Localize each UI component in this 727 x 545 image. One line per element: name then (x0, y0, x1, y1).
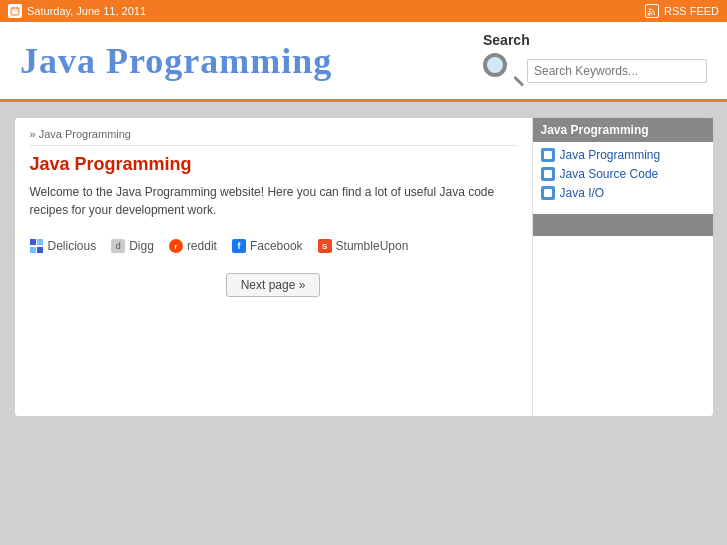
social-facebook[interactable]: f Facebook (232, 239, 303, 253)
rss-icon (645, 4, 659, 18)
stumbleupon-icon: S (318, 239, 332, 253)
social-delicious-label: Delicious (48, 239, 97, 253)
social-bar: Delicious d Digg r reddit f Facebook S S… (30, 239, 517, 253)
next-page-button[interactable]: Next page » (226, 273, 321, 297)
social-stumbleupon-label: StumbleUpon (336, 239, 409, 253)
header-right: Search (483, 32, 707, 89)
social-facebook-label: Facebook (250, 239, 303, 253)
sidebar-link-java-programming[interactable]: Java Programming (541, 148, 705, 162)
sidebar: Java Programming Java Programming Java S… (533, 118, 713, 416)
article-body: Welcome to the Java Programming website!… (30, 183, 517, 219)
sidebar-link-java-source-code-label: Java Source Code (560, 167, 659, 181)
site-title[interactable]: Java Programming (20, 40, 332, 82)
top-bar-left: Saturday, June 11, 2011 (8, 4, 146, 18)
facebook-icon: f (232, 239, 246, 253)
social-digg-label: Digg (129, 239, 154, 253)
social-reddit-label: reddit (187, 239, 217, 253)
search-label: Search (483, 32, 530, 48)
sidebar-link-icon (541, 148, 555, 162)
page-wrapper: » Java Programming Java Programming Welc… (14, 117, 714, 417)
top-bar: Saturday, June 11, 2011 RSS FEED (0, 0, 727, 22)
sidebar-link-java-io-label: Java I/O (560, 186, 605, 200)
breadcrumb: » Java Programming (30, 128, 517, 146)
search-area (483, 53, 707, 89)
top-bar-right[interactable]: RSS FEED (645, 4, 719, 18)
sidebar-link-java-io[interactable]: Java I/O (541, 186, 705, 200)
sidebar-link-icon-3 (541, 186, 555, 200)
social-reddit[interactable]: r reddit (169, 239, 217, 253)
sidebar-links: Java Programming Java Source Code Java I… (533, 142, 713, 206)
search-icon (483, 53, 519, 89)
svg-rect-0 (11, 8, 19, 15)
rss-label[interactable]: RSS FEED (664, 5, 719, 17)
svg-point-4 (647, 13, 650, 16)
next-page-wrap: Next page » (30, 273, 517, 297)
sidebar-link-java-source-code[interactable]: Java Source Code (541, 167, 705, 181)
sidebar-link-icon-2 (541, 167, 555, 181)
header: Java Programming Search (0, 22, 727, 102)
reddit-icon: r (169, 239, 183, 253)
sidebar-footer-bar (533, 214, 713, 236)
social-digg[interactable]: d Digg (111, 239, 154, 253)
calendar-icon (8, 4, 22, 18)
search-input[interactable] (527, 59, 707, 83)
main-content: » Java Programming Java Programming Welc… (15, 118, 533, 416)
digg-icon: d (111, 239, 125, 253)
social-stumbleupon[interactable]: S StumbleUpon (318, 239, 409, 253)
delicious-icon (30, 239, 44, 253)
sidebar-title: Java Programming (533, 118, 713, 142)
date-label: Saturday, June 11, 2011 (27, 5, 146, 17)
sidebar-link-java-programming-label: Java Programming (560, 148, 661, 162)
article-title: Java Programming (30, 154, 517, 175)
social-delicious[interactable]: Delicious (30, 239, 97, 253)
